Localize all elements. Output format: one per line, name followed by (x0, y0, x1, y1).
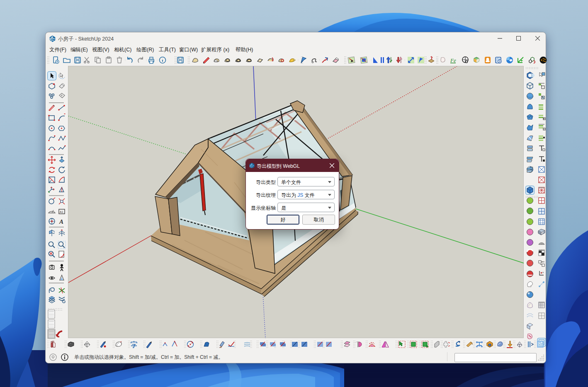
svg-text:u: u (542, 271, 544, 273)
svg-text:Fe: Fe (450, 57, 456, 63)
svg-text:A1: A1 (60, 210, 63, 213)
svg-text:A: A (59, 218, 63, 225)
